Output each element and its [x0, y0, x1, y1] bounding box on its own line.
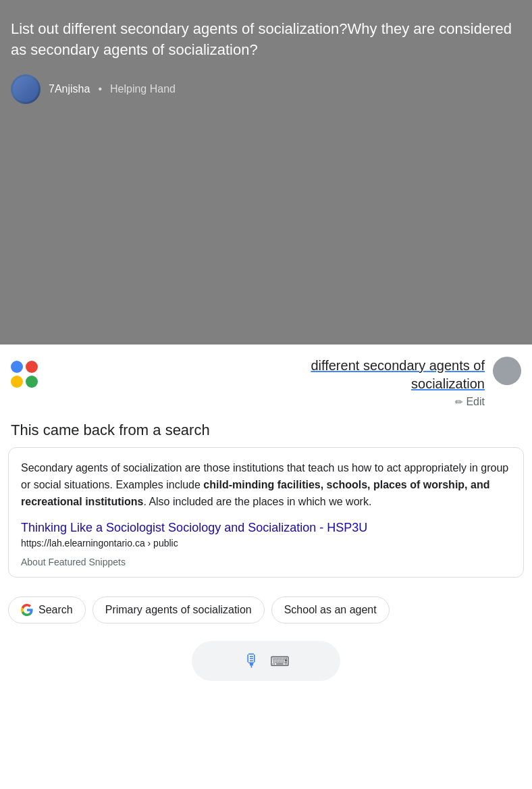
snippet-body: Secondary agents of socialization are th… — [21, 460, 511, 510]
snippet-card: Secondary agents of socialization are th… — [8, 447, 524, 578]
avatar — [11, 74, 41, 104]
chip-primary[interactable]: Primary agents of socialization — [92, 596, 265, 623]
google-assistant-logo — [11, 357, 46, 392]
snippet-link[interactable]: Thinking Like a Sociologist Sociology an… — [21, 521, 511, 535]
user-info: 7Anjisha • Helping Hand — [11, 74, 521, 104]
username: 7Anjisha — [49, 83, 90, 95]
input-pill[interactable]: 🎙 ⌨ — [192, 641, 340, 681]
about-snippets[interactable]: About Featured Snippets — [21, 557, 511, 567]
user-avatar-icon — [493, 357, 521, 385]
dot-green — [26, 376, 38, 388]
dot-red — [26, 361, 38, 373]
top-section: List out different secondary agents of s… — [0, 0, 532, 345]
chip-school[interactable]: School as an agent — [271, 596, 390, 623]
question-text: List out different secondary agents of s… — [11, 19, 521, 61]
chips-row: Search Primary agents of socialization S… — [0, 588, 532, 632]
chip-primary-label: Primary agents of socialization — [105, 604, 252, 616]
separator: • — [98, 83, 102, 95]
microphone-icon[interactable]: 🎙 — [243, 651, 261, 671]
bottom-section: different secondary agents of socializat… — [0, 345, 532, 694]
chip-school-label: School as an agent — [284, 604, 377, 616]
assistant-header: different secondary agents of socializat… — [0, 345, 532, 408]
snippet-url: https://lah.elearningontario.ca › public — [21, 538, 511, 549]
google-g-icon — [21, 604, 33, 616]
query-area: different secondary agents of socializat… — [46, 357, 493, 408]
edit-pencil-icon: ✏ — [455, 397, 463, 407]
chip-search[interactable]: Search — [8, 596, 86, 623]
search-result-label: This came back from a search — [0, 408, 532, 447]
dot-yellow — [11, 376, 23, 388]
edit-label[interactable]: Edit — [466, 396, 485, 408]
user-role: Helping Hand — [110, 83, 176, 95]
query-text: different secondary agents of socializat… — [54, 357, 485, 393]
edit-row[interactable]: ✏ Edit — [54, 396, 485, 408]
dot-blue — [11, 361, 23, 373]
keyboard-icon[interactable]: ⌨ — [270, 653, 290, 669]
input-bar: 🎙 ⌨ — [0, 632, 532, 694]
chip-search-label: Search — [38, 604, 73, 616]
